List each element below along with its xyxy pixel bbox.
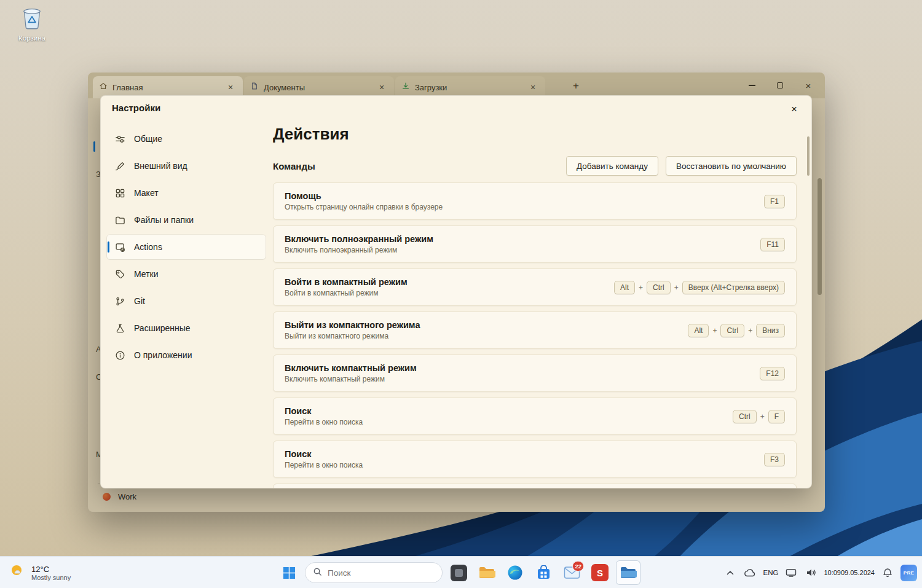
weather-widget[interactable]: 12°C Mostly sunny <box>9 557 71 588</box>
tab-close-icon[interactable]: × <box>527 82 539 92</box>
command-text: Поиск Перейти в окно поиска <box>285 449 363 469</box>
command-text: Включить компактный режим Включить компа… <box>285 363 417 383</box>
taskbar-edge[interactable] <box>503 560 527 585</box>
command-subtitle: Открыть страницу онлайн справки в браузе… <box>285 203 443 211</box>
folder-icon <box>478 565 495 580</box>
command-title: Помощь <box>285 191 443 201</box>
recycle-bin-label: Корзина <box>9 34 55 42</box>
minimize-button[interactable] <box>738 73 766 98</box>
dialog-scrollbar-thumb[interactable] <box>807 136 810 176</box>
taskbar-files-app[interactable] <box>616 560 640 585</box>
key-chip: Ctrl <box>733 410 757 423</box>
sun-icon <box>9 563 26 582</box>
command-shortcut: Alt+Ctrl+Вверх (Alt+Стрелка вверх) <box>614 281 785 294</box>
taskbar-file-explorer[interactable] <box>475 560 499 585</box>
taskbar-app-dark[interactable] <box>446 560 471 585</box>
taskbar-s-app[interactable]: S <box>588 560 612 585</box>
section-title: Команды <box>273 161 315 171</box>
tray-chevron-up-icon[interactable] <box>723 562 737 584</box>
store-icon <box>536 565 551 581</box>
key-chip: F1 <box>764 195 785 208</box>
command-card[interactable]: Выйти из компактного режима Выйти из ком… <box>273 312 797 349</box>
command-title: Войти в компактный режим <box>285 277 408 287</box>
key-chip: F12 <box>760 367 785 380</box>
command-title: Включить полноэкранный режим <box>285 234 433 244</box>
key-separator: + <box>639 283 643 292</box>
sidebar-item-work[interactable]: Work <box>103 488 136 505</box>
tab-close-icon[interactable]: × <box>224 82 237 92</box>
general-icon <box>114 133 125 144</box>
command-card[interactable]: Помощь Открыть страницу онлайн справки в… <box>273 182 797 220</box>
folders-icon <box>114 214 125 225</box>
command-text: Включить полноэкранный режим Включить по… <box>285 234 433 254</box>
key-separator: + <box>748 326 752 335</box>
network-icon[interactable] <box>784 562 798 584</box>
settings-sidebar-item[interactable]: Общие <box>107 127 266 151</box>
key-chip: Alt <box>688 324 709 337</box>
maximize-button[interactable] <box>766 73 794 98</box>
work-item-icon <box>103 493 111 501</box>
window-scrollbar-thumb[interactable] <box>818 178 822 295</box>
settings-sidebar-item[interactable]: Actions <box>107 235 266 259</box>
command-card[interactable]: Поиск Перейти в окно поиска Ctrl+F <box>273 398 797 435</box>
layout-icon <box>114 187 125 198</box>
tray-time: 10:09 <box>824 568 841 577</box>
command-card-partial[interactable] <box>273 484 797 488</box>
restore-defaults-button[interactable]: Восстановить по умолчанию <box>666 156 797 176</box>
command-card[interactable]: Поиск Перейти в окно поиска F3 <box>273 441 797 478</box>
key-chip: Вниз <box>756 324 785 337</box>
volume-icon[interactable] <box>804 562 818 584</box>
language-indicator[interactable]: ENG <box>763 562 778 584</box>
command-subtitle: Выйти из компактного режима <box>285 332 420 340</box>
actions-icon <box>114 241 125 253</box>
command-subtitle: Войти в компактный режим <box>285 289 408 297</box>
file-manager-window: Главная × Документы × Загрузки × + <box>88 73 825 512</box>
git-icon <box>114 296 125 307</box>
sidebar-item-label: Общие <box>134 134 162 144</box>
settings-sidebar-item[interactable]: Метки <box>107 262 266 286</box>
tab-label: Документы <box>264 83 371 92</box>
taskbar: 12°C Mostly sunny <box>0 556 922 588</box>
tab-close-icon[interactable]: × <box>376 82 388 92</box>
command-subtitle: Перейти в окно поиска <box>285 418 363 426</box>
taskbar-store[interactable] <box>531 560 556 585</box>
notification-bell-icon[interactable] <box>881 562 894 584</box>
command-text: Войти в компактный режим Войти в компакт… <box>285 277 408 297</box>
command-shortcut: F12 <box>760 367 785 380</box>
onedrive-cloud-icon[interactable] <box>743 562 757 584</box>
close-icon: × <box>806 80 811 91</box>
sidebar-item-label: Метки <box>134 269 159 279</box>
command-subtitle: Включить полноэкранный режим <box>285 246 433 254</box>
taskbar-search[interactable] <box>305 562 443 583</box>
search-input[interactable] <box>328 568 426 578</box>
recycle-bin-shortcut[interactable]: Корзина <box>9 5 55 42</box>
s-app-icon: S <box>591 564 609 581</box>
key-chip: Ctrl <box>647 281 671 294</box>
command-card[interactable]: Включить компактный режим Включить компа… <box>273 355 797 392</box>
about-icon <box>114 350 125 361</box>
settings-sidebar-item[interactable]: Макет <box>107 181 266 205</box>
settings-sidebar-item[interactable]: Git <box>107 289 266 313</box>
maximize-icon <box>777 82 783 88</box>
settings-sidebar-item[interactable]: Расширенные <box>107 316 266 340</box>
new-tab-button[interactable]: + <box>569 79 583 93</box>
page-title: Действия <box>273 125 349 144</box>
sidebar-item-label: Макет <box>134 188 159 198</box>
close-window-button[interactable]: × <box>794 73 822 98</box>
command-card[interactable]: Включить полноэкранный режим Включить по… <box>273 225 797 263</box>
settings-sidebar-item[interactable]: Внешний вид <box>107 154 266 178</box>
command-card[interactable]: Войти в компактный режим Войти в компакт… <box>273 269 797 306</box>
settings-sidebar-item[interactable]: О приложении <box>107 343 266 367</box>
key-separator: + <box>760 412 765 421</box>
files-preview-badge[interactable]: PRE <box>900 562 917 584</box>
taskbar-mail[interactable]: 22 <box>559 560 584 585</box>
tags-icon <box>114 269 125 280</box>
clock[interactable]: 10:09 09.05.2024 <box>824 562 875 584</box>
settings-sidebar-item[interactable]: Файлы и папки <box>107 208 266 232</box>
settings-content: Действия Команды Добавить команду Восста… <box>273 96 797 488</box>
start-button[interactable] <box>277 560 301 585</box>
dialog-title: Настройки <box>112 103 160 113</box>
add-command-button[interactable]: Добавить команду <box>566 156 658 176</box>
key-chip: Вверх (Alt+Стрелка вверх) <box>682 281 785 294</box>
tray-date: 09.05.2024 <box>841 568 875 577</box>
